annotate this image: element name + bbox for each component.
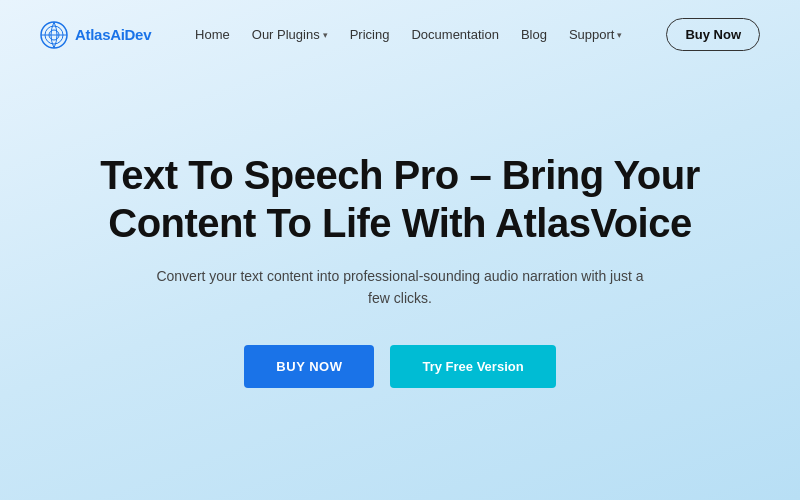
logo-icon [40,21,68,49]
nav-item-documentation[interactable]: Documentation [411,27,498,42]
hero-section: Text To Speech Pro – Bring Your Content … [0,69,800,500]
header: AtlasAiDev Home Our Plugins ▾ Pricing Do… [0,0,800,69]
hero-subtitle: Convert your text content into professio… [150,265,650,310]
hero-buy-now-button[interactable]: BUY NOW [244,345,374,388]
support-chevron-icon: ▾ [617,30,622,40]
nav-item-plugins[interactable]: Our Plugins ▾ [252,27,328,42]
hero-title: Text To Speech Pro – Bring Your Content … [100,151,700,247]
logo[interactable]: AtlasAiDev [40,21,151,49]
header-buy-now-button[interactable]: Buy Now [666,18,760,51]
hero-buttons: BUY NOW Try Free Version [244,345,555,388]
nav-item-pricing[interactable]: Pricing [350,27,390,42]
logo-text: AtlasAiDev [75,26,151,43]
page-wrapper: AtlasAiDev Home Our Plugins ▾ Pricing Do… [0,0,800,500]
nav-item-support[interactable]: Support ▾ [569,27,623,42]
nav-item-blog[interactable]: Blog [521,27,547,42]
hero-try-free-button[interactable]: Try Free Version [390,345,555,388]
main-nav: Home Our Plugins ▾ Pricing Documentation… [195,27,622,42]
nav-item-home[interactable]: Home [195,27,230,42]
plugins-chevron-icon: ▾ [323,30,328,40]
